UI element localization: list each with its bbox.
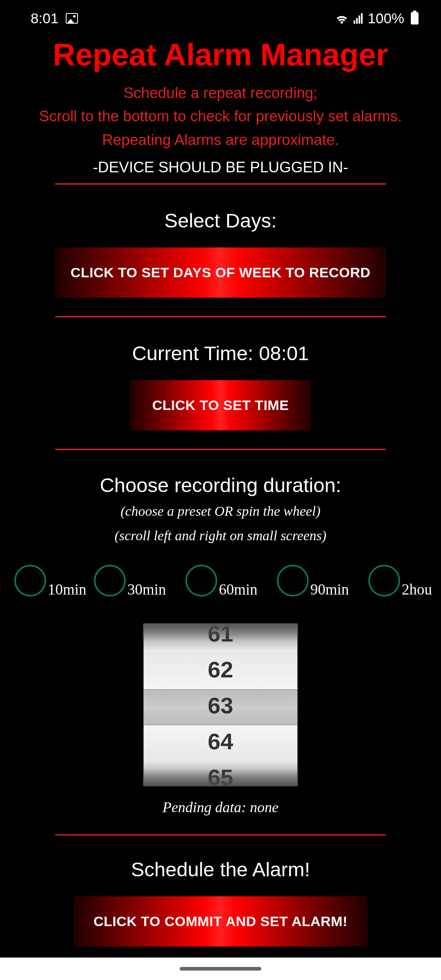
set-time-button[interactable]: CLICK TO SET TIME — [130, 380, 312, 430]
battery-percent: 100% — [368, 10, 404, 27]
wifi-icon — [335, 13, 349, 24]
duration-radio-10min[interactable]: 10min — [14, 565, 94, 597]
divider — [55, 183, 386, 185]
radio-label: 90min — [310, 581, 349, 598]
wheel-value: 64 — [144, 724, 297, 760]
divider — [55, 316, 386, 317]
current-time-heading: Current Time: 08:01 — [16, 342, 425, 365]
plugged-in-warning: -DEVICE SHOULD BE PLUGGED IN- — [16, 159, 425, 176]
duration-subtitle: (scroll left and right on small screens) — [16, 526, 425, 546]
radio-label: 60min — [219, 581, 258, 598]
duration-radio-row[interactable]: 10min 30min 60min 90min 2hou — [16, 565, 425, 597]
duration-radio-90min[interactable]: 90min — [277, 565, 368, 597]
radio-icon — [368, 565, 400, 597]
radio-label: 2hou — [402, 581, 432, 598]
signal-icon — [354, 13, 363, 24]
select-days-heading: Select Days: — [16, 209, 425, 232]
divider — [55, 834, 386, 835]
page-title: Repeat Alarm Manager — [16, 37, 425, 72]
pending-data-label: Pending data: none — [16, 799, 425, 816]
navigation-bar[interactable] — [0, 958, 441, 980]
wheel-value: 63 — [144, 688, 297, 724]
duration-radio-30min[interactable]: 30min — [94, 565, 185, 597]
radio-label: 10min — [48, 581, 87, 598]
status-left: 8:01 — [31, 10, 78, 27]
page-subtitle: Schedule a repeat recording; Scroll to t… — [16, 81, 425, 151]
radio-icon — [277, 565, 309, 597]
subtitle-line: Scroll to the bottom to check for previo… — [16, 105, 425, 128]
status-right: 100% — [335, 10, 419, 27]
duration-heading: Choose recording duration: — [16, 474, 425, 497]
divider — [55, 449, 386, 450]
duration-radio-2hour[interactable]: 2hou — [368, 565, 441, 597]
radio-icon — [94, 565, 126, 597]
home-indicator[interactable] — [180, 967, 261, 971]
duration-radio-60min[interactable]: 60min — [185, 565, 277, 597]
duration-subtitle: (choose a preset OR spin the wheel) — [16, 501, 425, 521]
radio-icon — [185, 565, 217, 597]
radio-icon — [14, 565, 46, 597]
battery-icon — [411, 12, 419, 24]
commit-alarm-button[interactable]: CLICK TO COMMIT AND SET ALARM! — [74, 896, 368, 947]
subtitle-line: Repeating Alarms are approximate. — [16, 128, 425, 151]
set-days-button[interactable]: CLICK TO SET DAYS OF WEEK TO RECORD — [55, 247, 386, 298]
schedule-heading: Schedule the Alarm! — [16, 858, 425, 881]
subtitle-line: Schedule a repeat recording; — [16, 81, 425, 105]
status-bar: 8:01 100% — [0, 0, 441, 33]
duration-wheel[interactable]: 61 62 63 64 65 — [143, 623, 298, 786]
wheel-value: 62 — [144, 652, 297, 688]
status-time: 8:01 — [31, 10, 58, 27]
picture-icon — [66, 13, 78, 24]
radio-label: 30min — [127, 581, 166, 598]
